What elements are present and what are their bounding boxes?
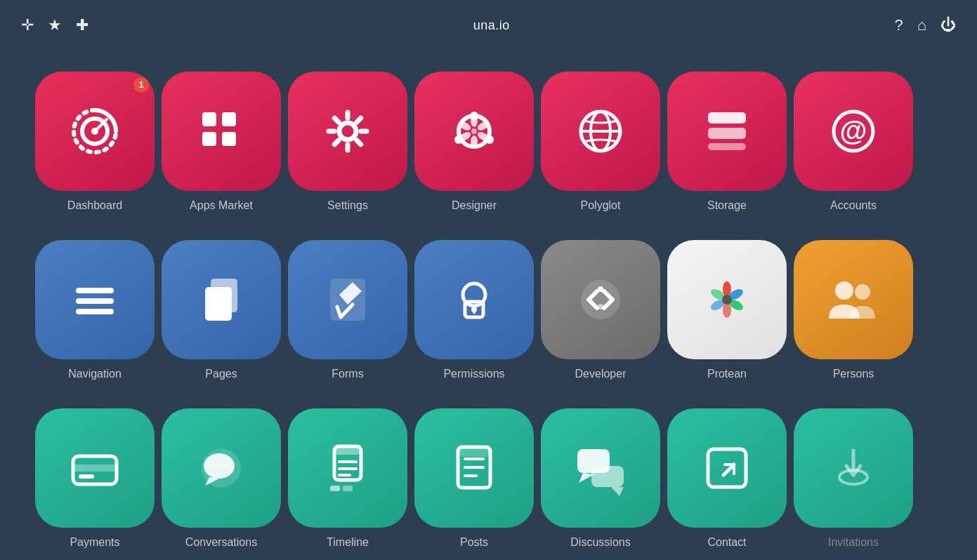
app-label-accounts: Accounts (830, 199, 877, 212)
app-item-dashboard[interactable]: 1Dashboard (35, 72, 155, 212)
svg-rect-69 (458, 447, 490, 457)
app-item-navigation[interactable]: Navigation (35, 240, 155, 380)
app-label-posts: Posts (460, 536, 488, 549)
svg-rect-28 (76, 288, 114, 293)
header-right: ? ⌂ ⏻ (894, 16, 956, 34)
app-label-navigation: Navigation (68, 368, 122, 380)
app-label-payments: Payments (70, 536, 119, 549)
app-label-settings: Settings (327, 199, 368, 212)
app-item-developer[interactable]: Developer (541, 240, 660, 380)
app-item-payments[interactable]: Payments (35, 408, 155, 549)
svg-point-39 (598, 286, 603, 292)
app-label-polyglot: Polyglot (581, 199, 621, 212)
svg-rect-71 (591, 466, 624, 487)
svg-point-55 (211, 464, 215, 468)
app-icon-designer (414, 72, 534, 191)
app-icon-payments (35, 408, 155, 528)
app-label-protean: Protean (707, 368, 747, 380)
app-item-persons[interactable]: Persons (794, 240, 913, 380)
app-icon-permissions (414, 240, 534, 359)
app-icon-navigation (35, 240, 155, 359)
svg-point-49 (855, 284, 870, 300)
app-label-persons: Persons (833, 368, 874, 380)
svg-rect-72 (708, 449, 746, 487)
app-item-conversations[interactable]: Conversations (162, 408, 281, 549)
apps-row-2: Payments Conversations Timeline Posts (35, 394, 942, 560)
svg-rect-64 (343, 486, 353, 491)
app-label-discussions: Discussions (570, 536, 630, 549)
svg-rect-59 (334, 446, 361, 455)
app-icon-invitations (794, 408, 913, 528)
app-item-contact[interactable]: Contact (667, 408, 787, 549)
app-item-settings[interactable]: Settings (288, 72, 407, 212)
svg-point-40 (598, 304, 603, 309)
app-icon-discussions (541, 408, 660, 528)
app-item-permissions[interactable]: Permissions (414, 240, 534, 380)
help-icon[interactable]: ? (894, 16, 903, 34)
app-label-contact: Contact (707, 536, 746, 549)
app-item-protean[interactable]: Protean (667, 240, 787, 380)
app-icon-conversations (162, 408, 281, 528)
app-label-permissions: Permissions (443, 368, 504, 380)
app-label-developer: Developer (575, 368, 627, 380)
app-icon-developer (541, 240, 660, 359)
svg-rect-25 (708, 143, 746, 150)
svg-point-56 (217, 464, 221, 468)
svg-rect-23 (708, 112, 746, 124)
app-item-apps-market[interactable]: Apps Market (162, 72, 281, 212)
app-label-invitations: Invitations (828, 536, 879, 549)
svg-point-57 (223, 464, 228, 468)
app-item-polyglot[interactable]: Polyglot (541, 72, 660, 212)
svg-rect-51 (73, 465, 117, 472)
app-label-forms: Forms (332, 368, 363, 380)
svg-rect-63 (330, 486, 340, 491)
app-label-apps-market: Apps Market (190, 199, 253, 212)
header: ✛ ★ ✚ una.io ? ⌂ ⏻ (0, 0, 977, 51)
svg-rect-3 (202, 112, 216, 126)
app-icon-dashboard: 1 (35, 72, 155, 191)
app-item-pages[interactable]: Pages (162, 240, 281, 380)
app-label-conversations: Conversations (185, 536, 257, 549)
svg-rect-24 (708, 128, 746, 139)
app-item-accounts[interactable]: @ Accounts (794, 72, 913, 212)
svg-point-13 (471, 128, 477, 134)
app-item-timeline[interactable]: Timeline (288, 408, 407, 549)
app-item-storage[interactable]: Storage (667, 72, 787, 212)
add-icon[interactable]: ✚ (76, 16, 88, 34)
app-item-forms[interactable]: Forms (288, 240, 407, 380)
app-icon-contact (667, 408, 787, 528)
header-left: ✛ ★ ✚ (21, 16, 88, 34)
svg-rect-32 (205, 287, 232, 321)
apps-row-1: Navigation Pages Forms Permissions Devel… (35, 226, 942, 394)
app-label-storage: Storage (707, 199, 747, 212)
app-icon-posts (414, 408, 534, 528)
svg-rect-6 (222, 132, 236, 146)
app-item-invitations[interactable]: Invitations (794, 408, 913, 549)
app-icon-accounts: @ (794, 72, 913, 191)
app-icon-protean (667, 240, 787, 359)
svg-point-48 (835, 281, 853, 300)
app-label-designer: Designer (452, 199, 497, 212)
app-item-discussions[interactable]: Discussions (541, 408, 660, 549)
app-icon-apps-market (162, 72, 281, 191)
app-icon-pages (162, 240, 281, 359)
svg-rect-29 (76, 298, 114, 304)
move-icon[interactable]: ✛ (21, 16, 34, 34)
svg-point-17 (471, 135, 478, 148)
svg-rect-4 (222, 112, 236, 126)
app-icon-settings (288, 72, 407, 191)
app-icon-polyglot (541, 72, 660, 191)
app-icon-persons (794, 240, 913, 359)
svg-rect-52 (79, 474, 94, 479)
svg-text:@: @ (839, 115, 867, 146)
svg-point-14 (471, 114, 478, 127)
star-icon[interactable]: ★ (48, 16, 62, 34)
svg-rect-7 (202, 138, 208, 143)
app-icon-timeline (288, 408, 407, 528)
app-item-designer[interactable]: Designer (414, 72, 534, 212)
app-item-posts[interactable]: Posts (414, 408, 534, 549)
power-icon[interactable]: ⏻ (940, 16, 956, 34)
badge-dashboard: 1 (133, 77, 149, 93)
app-label-pages: Pages (205, 368, 237, 380)
home-icon[interactable]: ⌂ (917, 16, 926, 34)
